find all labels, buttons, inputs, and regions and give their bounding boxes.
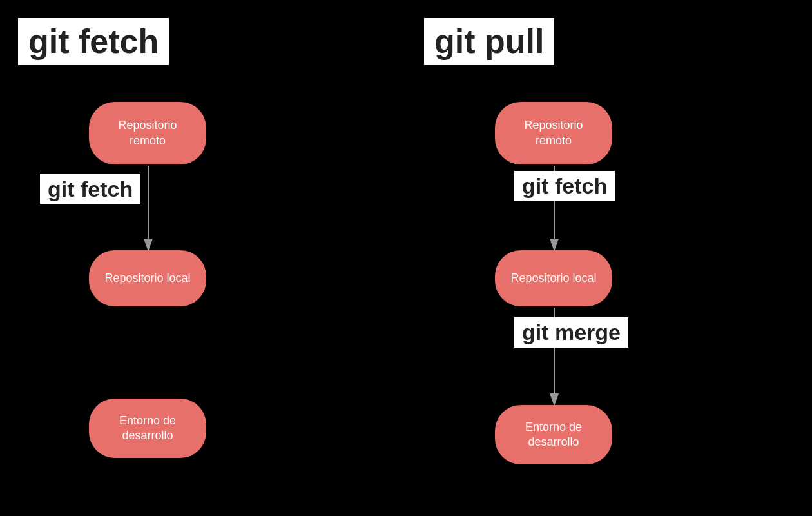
left-node-dev-label: Entorno dedesarrollo: [119, 413, 176, 444]
left-cmd-fetch-box: git fetch: [40, 174, 140, 204]
right-cmd-fetch-box: git fetch: [514, 171, 615, 201]
left-node-local-label: Repositorio local: [104, 271, 190, 286]
main-container: git fetch Repositorioremoto git fetch Re…: [0, 0, 812, 516]
left-cmd-fetch-label: git fetch: [48, 177, 133, 201]
right-node-local: Repositorio local: [495, 250, 612, 306]
right-node-local-label: Repositorio local: [510, 271, 596, 286]
right-node-remote-label: Repositorioremoto: [524, 118, 583, 148]
right-cmd-fetch-label: git fetch: [522, 174, 607, 198]
right-node-dev: Entorno dedesarrollo: [495, 405, 612, 464]
left-diagram: git fetch Repositorioremoto git fetch Re…: [0, 0, 406, 516]
left-node-remote-label: Repositorioremoto: [118, 118, 177, 148]
left-node-dev: Entorno dedesarrollo: [89, 399, 206, 458]
left-title: git fetch: [28, 23, 159, 60]
right-node-dev-label: Entorno dedesarrollo: [525, 420, 582, 450]
right-title: git pull: [434, 23, 544, 60]
left-node-remote: Repositorioremoto: [89, 102, 206, 164]
right-node-remote: Repositorioremoto: [495, 102, 612, 164]
left-node-local: Repositorio local: [89, 250, 206, 306]
right-cmd-merge-label: git merge: [522, 320, 621, 344]
right-diagram: git pull Repositorioremoto git fetch Rep…: [406, 0, 812, 516]
right-cmd-merge-box: git merge: [514, 317, 628, 348]
right-title-box: git pull: [424, 18, 554, 65]
left-title-box: git fetch: [18, 18, 169, 65]
